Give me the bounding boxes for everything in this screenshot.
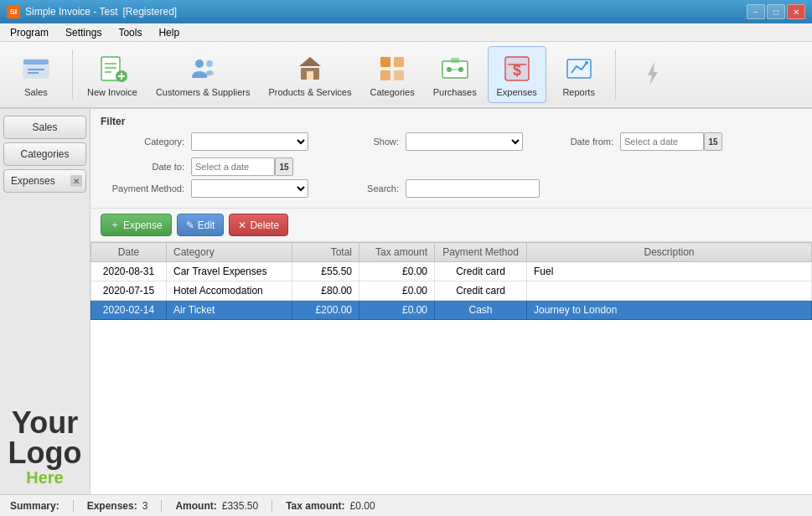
svg-point-21 xyxy=(447,67,452,72)
filter-section: Filter Category: Show: Date from: 15 Dat… xyxy=(91,109,812,209)
payment-method-select[interactable] xyxy=(191,179,308,198)
sales-icon xyxy=(19,52,53,85)
amount-label: Amount: xyxy=(175,500,216,512)
toolbar-expenses-label: Expenses xyxy=(497,87,537,97)
minimize-button[interactable]: − xyxy=(747,4,765,19)
svg-point-22 xyxy=(458,67,463,72)
show-label: Show: xyxy=(315,137,399,147)
delete-icon: ✕ xyxy=(238,219,246,231)
menu-program[interactable]: Program xyxy=(3,25,55,40)
svg-marker-31 xyxy=(648,62,658,85)
menu-settings[interactable]: Settings xyxy=(59,25,108,40)
sidebar: Sales Categories Expenses ✕ Your Logo He… xyxy=(0,109,91,494)
category-label: Category: xyxy=(101,137,184,147)
edit-label: Edit xyxy=(198,219,215,231)
svg-rect-17 xyxy=(394,57,404,67)
content-area: Filter Category: Show: Date from: 15 Dat… xyxy=(91,109,812,494)
toolbar: Sales New Invoice Customers & Suppliers … xyxy=(0,42,812,109)
menu-bar: Program Settings Tools Help xyxy=(0,23,812,42)
date-to-input[interactable] xyxy=(191,157,275,176)
toolbar-reports-label: Reports xyxy=(562,87,595,97)
svg-point-11 xyxy=(195,59,204,68)
col-date: Date xyxy=(91,243,167,262)
svg-rect-1 xyxy=(23,59,49,64)
svg-point-30 xyxy=(585,61,588,64)
maximize-button[interactable]: □ xyxy=(767,4,785,19)
summary-label: Summary: xyxy=(10,500,59,512)
status-amount: Amount: £335.50 xyxy=(175,500,258,512)
toolbar-sep-1 xyxy=(72,49,73,100)
close-button[interactable]: ✕ xyxy=(787,4,805,19)
expenses-count-value: 3 xyxy=(142,500,148,512)
title-bar-left: SI Simple Invoice - Test [Registered] xyxy=(7,5,177,18)
status-div-2 xyxy=(161,500,162,512)
delete-label: Delete xyxy=(250,219,279,231)
categories-icon xyxy=(375,52,409,85)
tax-value: £0.00 xyxy=(350,500,375,512)
toolbar-products[interactable]: Products & Services xyxy=(261,46,359,103)
toolbar-new-invoice-label: New Invoice xyxy=(87,87,137,97)
logo-logo: Logo xyxy=(3,438,86,468)
table-row[interactable]: 2020-08-31Car Travel Expenses£55.50£0.00… xyxy=(91,262,812,281)
toolbar-reports[interactable]: Reports xyxy=(550,46,608,103)
sidebar-expenses-close[interactable]: ✕ xyxy=(70,175,82,187)
toolbar-products-label: Products & Services xyxy=(268,87,351,97)
edit-button[interactable]: ✎ Edit xyxy=(177,214,225,236)
main-content: Sales Categories Expenses ✕ Your Logo He… xyxy=(0,109,812,494)
add-expense-label: Expense xyxy=(123,219,163,231)
filter-title: Filter xyxy=(101,116,802,127)
toolbar-categories[interactable]: Categories xyxy=(362,46,422,103)
toolbar-customers[interactable]: Customers & Suppliers xyxy=(148,46,258,103)
sidebar-item-sales[interactable]: Sales xyxy=(3,116,86,139)
purchases-icon xyxy=(438,52,472,85)
search-input[interactable] xyxy=(406,179,540,198)
svg-rect-19 xyxy=(394,70,404,80)
toolbar-lightning[interactable] xyxy=(623,46,681,103)
status-bar: Summary: Expenses: 3 Amount: £335.50 Tax… xyxy=(0,494,812,516)
filter-row-1: Category: Show: Date from: 15 Date to: 1… xyxy=(101,132,802,176)
category-select[interactable] xyxy=(191,132,308,151)
col-total: Total xyxy=(292,243,359,262)
date-to-button[interactable]: 15 xyxy=(275,157,293,176)
search-label: Search: xyxy=(315,183,399,194)
menu-help[interactable]: Help xyxy=(152,25,186,40)
action-bar: ＋ Expense ✎ Edit ✕ Delete xyxy=(91,209,812,242)
app-icon: SI xyxy=(7,5,20,18)
toolbar-purchases[interactable]: Purchases xyxy=(426,46,484,103)
title-bar-controls: − □ ✕ xyxy=(747,4,805,19)
delete-button[interactable]: ✕ Delete xyxy=(229,214,288,236)
amount-value: £335.50 xyxy=(222,500,258,512)
tax-label: Tax amount: xyxy=(286,500,344,512)
date-from-input[interactable] xyxy=(620,132,704,151)
table-container: Date Category Total Tax amount Payment M… xyxy=(91,242,812,494)
sidebar-item-categories[interactable]: Categories xyxy=(3,142,86,166)
add-expense-icon: ＋ xyxy=(110,218,120,232)
toolbar-sales[interactable]: Sales xyxy=(7,46,65,103)
svg-point-12 xyxy=(206,60,213,67)
status-expenses: Expenses: 3 xyxy=(87,500,148,512)
status-summary: Summary: xyxy=(10,500,59,512)
window-registered: [Registered] xyxy=(123,6,178,18)
col-category: Category xyxy=(167,243,292,262)
date-from-button[interactable]: 15 xyxy=(704,132,722,151)
add-expense-button[interactable]: ＋ Expense xyxy=(101,214,172,236)
logo-area: Your Logo Here xyxy=(3,408,86,488)
svg-rect-15 xyxy=(307,71,313,80)
expenses-count-label: Expenses: xyxy=(87,500,137,512)
svg-marker-14 xyxy=(299,57,321,66)
col-payment: Payment Method xyxy=(435,243,527,262)
date-from-label: Date from: xyxy=(530,137,613,147)
sidebar-item-expenses[interactable]: Expenses ✕ xyxy=(3,169,86,193)
col-tax: Tax amount xyxy=(359,243,435,262)
menu-tools[interactable]: Tools xyxy=(111,25,148,40)
toolbar-sep-2 xyxy=(615,49,616,100)
toolbar-new-invoice[interactable]: New Invoice xyxy=(80,46,145,103)
date-to-group: 15 xyxy=(191,157,293,176)
new-invoice-icon xyxy=(96,52,129,85)
toolbar-customers-label: Customers & Suppliers xyxy=(156,87,251,97)
table-row[interactable]: 2020-02-14Air Ticket£200.00£0.00CashJour… xyxy=(91,301,812,320)
payment-method-label: Payment Method: xyxy=(101,183,184,194)
toolbar-expenses[interactable]: $ Expenses xyxy=(488,46,546,103)
table-row[interactable]: 2020-07-15Hotel Accomodation£80.00£0.00C… xyxy=(91,281,812,301)
show-select[interactable] xyxy=(406,132,523,151)
